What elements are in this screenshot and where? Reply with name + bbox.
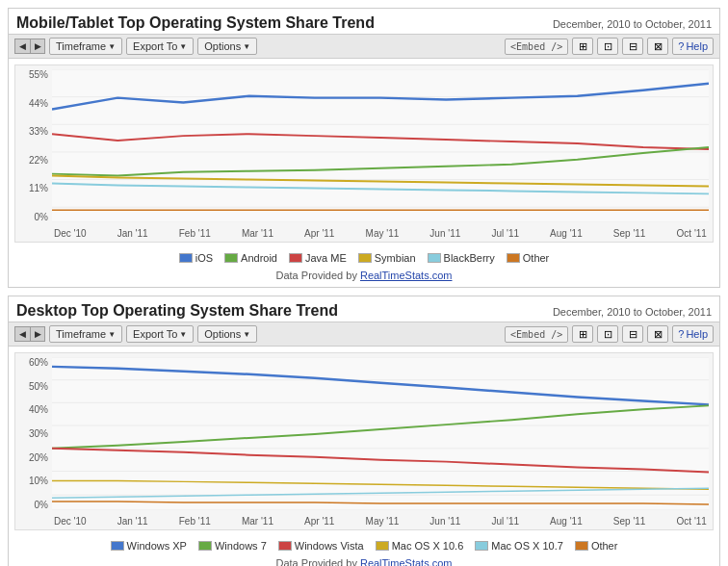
chart2-icon-btn2[interactable]: ⊡ (597, 325, 618, 343)
chart2-title: Desktop Top Operating System Share Trend (16, 302, 338, 320)
chart1-help-button[interactable]: ? Help (672, 38, 714, 55)
chart2-nav-next[interactable]: ▶ (30, 326, 45, 342)
legend-mac106-color (376, 541, 389, 551)
legend-android: Android (224, 252, 277, 264)
legend-winvista: Windows Vista (278, 540, 364, 552)
chart2-timeframe-arrow-icon: ▼ (108, 330, 116, 339)
chart2-x-axis: Dec '10 Jan '11 Feb '11 Mar '11 Apr '11 … (52, 512, 709, 529)
legend-win7-color (198, 541, 212, 551)
chart2-export-button[interactable]: Export To ▼ (126, 325, 194, 343)
chart2-help-button[interactable]: ? Help (672, 325, 714, 343)
legend-symbian-color (358, 253, 372, 263)
chart2-legend: Windows XP Windows 7 Windows Vista Mac O… (9, 536, 719, 553)
export-arrow-icon: ▼ (179, 42, 187, 51)
desktop-chart-section: Desktop Top Operating System Share Trend… (8, 296, 720, 566)
chart2-toolbar-right: <Embed /> ⊞ ⊡ ⊟ ⊠ ? Help (505, 325, 714, 343)
chart1-toolbar-left: ◀ ▶ Timeframe ▼ Export To ▼ Options ▼ (14, 38, 257, 55)
chart1-plot-area: 55% 44% 33% 22% 11% 0% (14, 64, 714, 243)
legend-mac107-color (475, 541, 488, 551)
chart1-nav-prev[interactable]: ◀ (14, 39, 30, 54)
legend-other2: Other (575, 540, 618, 552)
chart2-title-bar: Desktop Top Operating System Share Trend… (9, 296, 719, 322)
chart1-date-range: December, 2010 to October, 2011 (553, 18, 712, 30)
chart2-date-range: December, 2010 to October, 2011 (553, 306, 712, 318)
chart1-y-axis: 55% 44% 33% 22% 11% 0% (15, 65, 52, 222)
legend-blackberry: BlackBerry (428, 252, 495, 264)
chart2-toolbar: ◀ ▶ Timeframe ▼ Export To ▼ Options ▼ <E… (9, 322, 719, 347)
chart1-credit-link[interactable]: RealTimeStats.com (360, 270, 453, 281)
chart2-y-axis: 60% 50% 40% 30% 20% 10% 0% (15, 353, 52, 510)
timeframe-arrow-icon: ▼ (108, 42, 116, 51)
chart1-icon-btn2[interactable]: ⊡ (597, 38, 618, 55)
legend-mac106: Mac OS X 10.6 (376, 540, 464, 552)
chart2-plot-area: 60% 50% 40% 30% 20% 10% 0% (14, 352, 714, 530)
chart2-icon-btn1[interactable]: ⊞ (572, 325, 593, 343)
mobile-chart-section: Mobile/Tablet Top Operating System Share… (8, 8, 720, 288)
chart2-toolbar-left: ◀ ▶ Timeframe ▼ Export To ▼ Options ▼ (14, 325, 257, 343)
chart1-title: Mobile/Tablet Top Operating System Share… (16, 14, 375, 32)
legend-javame-color (289, 253, 302, 263)
chart2-svg-area (52, 357, 709, 510)
chart1-svg (52, 69, 709, 222)
chart2-icon-btn4[interactable]: ⊠ (647, 325, 668, 343)
legend-android-color (224, 253, 238, 263)
chart2-timeframe-button[interactable]: Timeframe ▼ (49, 325, 122, 343)
chart1-timeframe-button[interactable]: Timeframe ▼ (49, 38, 122, 55)
chart2-options-arrow-icon: ▼ (243, 330, 250, 339)
legend-other1-color (507, 253, 520, 263)
chart1-credit: Data Provided by RealTimeStats.com (9, 266, 719, 287)
legend-other2-color (575, 541, 588, 551)
chart2-options-button[interactable]: Options ▼ (197, 325, 257, 343)
chart1-svg-area (52, 69, 709, 222)
legend-winxp-color (111, 541, 124, 551)
chart1-toolbar: ◀ ▶ Timeframe ▼ Export To ▼ Options ▼ <E… (9, 34, 719, 59)
chart2-help-icon: ? (678, 328, 684, 340)
chart2-nav-prev[interactable]: ◀ (14, 326, 30, 342)
chart1-options-button[interactable]: Options ▼ (197, 38, 257, 55)
options-arrow-icon: ▼ (243, 42, 250, 51)
chart2-embed-button[interactable]: <Embed /> (505, 326, 568, 343)
legend-mac107: Mac OS X 10.7 (475, 540, 563, 552)
legend-win7: Windows 7 (198, 540, 267, 552)
chart1-legend: iOS Android Java ME Symbian BlackBerry O… (9, 248, 719, 266)
legend-ios-color (179, 253, 193, 263)
legend-javame: Java ME (289, 252, 347, 264)
help-icon: ? (678, 40, 684, 52)
legend-ios: iOS (179, 252, 213, 264)
legend-other1: Other (507, 252, 550, 264)
chart1-nav-next[interactable]: ▶ (30, 39, 45, 54)
chart1-toolbar-right: <Embed /> ⊞ ⊡ ⊟ ⊠ ? Help (505, 38, 714, 55)
chart2-credit-link[interactable]: RealTimeStats.com (360, 557, 453, 566)
chart2-credit: Data Provided by RealTimeStats.com (9, 553, 719, 566)
chart2-export-arrow-icon: ▼ (179, 330, 187, 339)
chart1-x-axis: Dec '10 Jan '11 Feb '11 Mar '11 Apr '11 … (52, 224, 709, 242)
legend-winvista-color (278, 541, 292, 551)
legend-winxp: Windows XP (111, 540, 187, 552)
legend-symbian: Symbian (358, 252, 416, 264)
legend-blackberry-color (428, 253, 441, 263)
chart2-svg (52, 357, 709, 510)
chart1-icon-btn3[interactable]: ⊟ (622, 38, 643, 55)
chart2-icon-btn3[interactable]: ⊟ (622, 325, 643, 343)
chart1-icon-btn4[interactable]: ⊠ (647, 38, 668, 55)
chart1-embed-button[interactable]: <Embed /> (505, 39, 568, 55)
chart1-title-bar: Mobile/Tablet Top Operating System Share… (9, 9, 719, 34)
chart1-export-button[interactable]: Export To ▼ (126, 38, 194, 55)
chart1-icon-btn1[interactable]: ⊞ (572, 38, 593, 55)
